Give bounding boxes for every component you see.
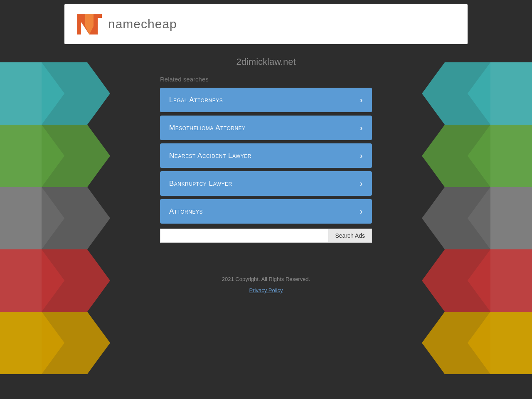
namecheap-logo: namecheap	[75, 12, 457, 37]
footer: 2021 Copyright. All Rights Reserved. Pri…	[222, 276, 310, 294]
copyright-text: 2021 Copyright. All Rights Reserved.	[222, 276, 310, 282]
nearest-accident-lawyer-label: Nearest Accident Lawyer	[169, 152, 251, 160]
svg-marker-9	[42, 312, 110, 374]
chevron-right-icon: ›	[360, 151, 363, 160]
namecheap-text-logo: namecheap	[108, 17, 177, 31]
attorneys-label: Attorneys	[169, 207, 203, 216]
search-ads-button[interactable]: Search Ads	[328, 229, 372, 243]
legal-attorneys-label: Legal Attorneys	[169, 96, 223, 104]
svg-marker-4	[0, 312, 64, 374]
svg-marker-19	[422, 312, 490, 374]
nearest-accident-lawyer-button[interactable]: Nearest Accident Lawyer ›	[160, 143, 372, 168]
search-buttons-list: Legal Attorneys › Mesothelioma Attorney …	[160, 88, 372, 224]
attorneys-button[interactable]: Attorneys ›	[160, 199, 372, 224]
search-input[interactable]	[160, 229, 328, 243]
search-bar-area: Search Ads	[160, 229, 372, 243]
mesothelioma-attorney-label: Mesothelioma Attorney	[169, 124, 246, 132]
legal-attorneys-button[interactable]: Legal Attorneys ›	[160, 88, 372, 112]
domain-title: 2dimicklaw.net	[236, 57, 296, 67]
mesothelioma-attorney-button[interactable]: Mesothelioma Attorney ›	[160, 116, 372, 140]
namecheap-n-icon	[75, 12, 104, 37]
related-searches-label: Related searches	[160, 76, 372, 83]
privacy-policy-link[interactable]: Privacy Policy	[249, 287, 283, 293]
svg-marker-14	[468, 312, 532, 374]
chevron-right-icon: ›	[360, 207, 363, 216]
chevron-right-icon: ›	[360, 179, 363, 188]
chevron-right-icon: ›	[360, 123, 363, 133]
bankruptcy-lawyer-button[interactable]: Bankruptcy Lawyer ›	[160, 171, 372, 196]
chevron-right-icon: ›	[360, 95, 363, 105]
header-logo-area: namecheap	[64, 4, 468, 44]
bankruptcy-lawyer-label: Bankruptcy Lawyer	[169, 180, 232, 188]
